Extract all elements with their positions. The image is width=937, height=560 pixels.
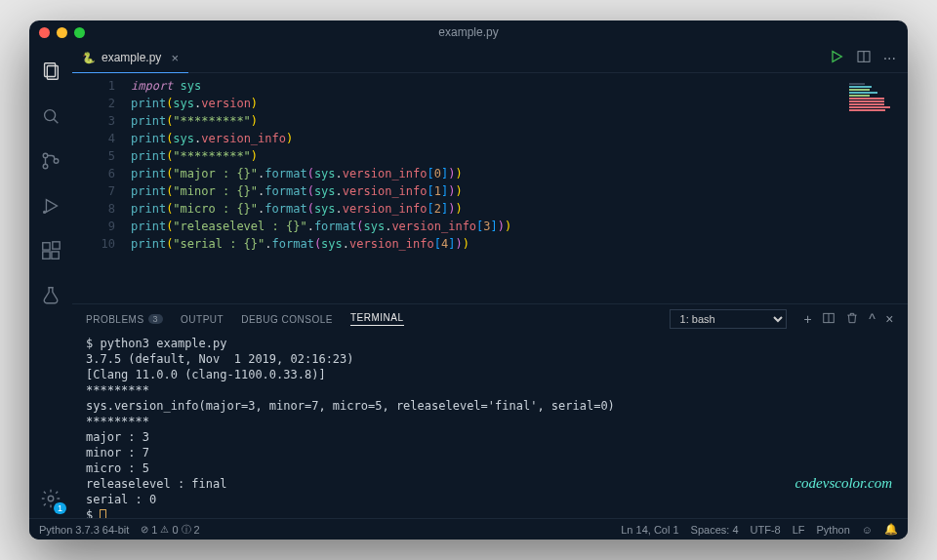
terminal-line: $ python3 example.py bbox=[86, 336, 894, 351]
more-actions-icon[interactable]: ··· bbox=[883, 50, 896, 67]
code-line: print(sys.version_info) bbox=[131, 130, 849, 147]
terminal-line: micro : 5 bbox=[86, 460, 894, 476]
status-notifications-icon[interactable]: 🔔 bbox=[884, 523, 898, 536]
settings-gear-icon[interactable]: 1 bbox=[29, 479, 72, 518]
split-editor-icon[interactable] bbox=[856, 49, 872, 68]
code-line: print("releaselevel : {}".format(sys.ver… bbox=[131, 218, 849, 235]
output-tab[interactable]: OUTPUT bbox=[181, 314, 224, 325]
terminal-selector[interactable]: 1: bash bbox=[670, 309, 787, 329]
minimap[interactable] bbox=[849, 77, 908, 303]
status-indentation[interactable]: Spaces: 4 bbox=[691, 524, 739, 536]
code-line: print("*********") bbox=[131, 147, 849, 165]
minimize-window-button[interactable] bbox=[57, 27, 67, 38]
svg-rect-9 bbox=[43, 243, 50, 250]
terminal-line: serial : 0 bbox=[86, 492, 894, 507]
python-file-icon: 🐍 bbox=[82, 52, 96, 64]
bottom-panel: PROBLEMS3 OUTPUT DEBUG CONSOLE TERMINAL … bbox=[72, 303, 908, 518]
svg-point-4 bbox=[43, 153, 48, 158]
run-file-icon[interactable] bbox=[829, 49, 844, 68]
vscode-window: example.py 1 🐍 example.py × bbox=[29, 20, 908, 540]
kill-terminal-icon[interactable] bbox=[845, 311, 859, 328]
status-feedback-icon[interactable]: ☺ bbox=[862, 524, 873, 536]
explorer-icon[interactable] bbox=[29, 52, 72, 91]
new-terminal-icon[interactable]: + bbox=[804, 311, 813, 327]
code-line: print("*********") bbox=[131, 112, 849, 130]
window-controls bbox=[39, 27, 85, 38]
file-tab[interactable]: 🐍 example.py × bbox=[72, 44, 188, 73]
svg-point-6 bbox=[54, 159, 59, 164]
maximize-window-button[interactable] bbox=[74, 27, 85, 38]
terminal-line: releaselevel : final bbox=[86, 476, 894, 492]
terminal-line: $ bbox=[86, 507, 894, 518]
extensions-icon[interactable] bbox=[29, 231, 72, 270]
maximize-panel-icon[interactable]: ^ bbox=[869, 311, 876, 327]
svg-point-13 bbox=[48, 496, 54, 501]
debug-console-tab[interactable]: DEBUG CONSOLE bbox=[241, 314, 333, 325]
status-bar: Python 3.7.3 64-bit 1 0 2 Ln 14, Col 1 S… bbox=[29, 518, 908, 540]
code-line: print("serial : {}".format(sys.version_i… bbox=[131, 235, 849, 253]
status-problems[interactable]: 1 0 2 bbox=[141, 523, 199, 537]
svg-point-8 bbox=[44, 212, 46, 214]
status-eol[interactable]: LF bbox=[793, 524, 805, 536]
svg-rect-11 bbox=[52, 252, 59, 259]
close-panel-icon[interactable]: × bbox=[885, 311, 894, 327]
titlebar: example.py bbox=[29, 20, 908, 44]
activity-bar: 1 bbox=[29, 44, 72, 518]
status-encoding[interactable]: UTF-8 bbox=[751, 524, 781, 536]
close-tab-icon[interactable]: × bbox=[171, 51, 179, 65]
split-terminal-icon[interactable] bbox=[822, 311, 835, 328]
svg-point-5 bbox=[43, 164, 48, 169]
terminal-line: minor : 7 bbox=[86, 445, 894, 460]
tab-filename: example.py bbox=[102, 51, 161, 64]
terminal-line: major : 3 bbox=[86, 429, 894, 445]
terminal-line: [Clang 11.0.0 (clang-1100.0.33.8)] bbox=[86, 367, 894, 382]
code-line: print("major : {}".format(sys.version_in… bbox=[131, 165, 849, 182]
search-icon[interactable] bbox=[29, 97, 72, 136]
terminal-line: ********* bbox=[86, 414, 894, 429]
terminal-line: 3.7.5 (default, Nov 1 2019, 02:16:23) bbox=[86, 351, 894, 367]
terminal-output[interactable]: $ python3 example.py3.7.5 (default, Nov … bbox=[72, 334, 908, 518]
status-python-interpreter[interactable]: Python 3.7.3 64-bit bbox=[39, 524, 129, 536]
code-line: import sys bbox=[131, 77, 849, 95]
editor-tabs: 🐍 example.py × ··· bbox=[72, 44, 908, 73]
terminal-line: sys.version_info(major=3, minor=7, micro… bbox=[86, 398, 894, 414]
testing-icon[interactable] bbox=[29, 276, 72, 315]
window-title: example.py bbox=[438, 25, 498, 39]
svg-line-3 bbox=[54, 119, 58, 123]
terminal-line: ********* bbox=[86, 382, 894, 398]
status-language[interactable]: Python bbox=[817, 524, 850, 536]
source-control-icon[interactable] bbox=[29, 141, 72, 180]
svg-rect-10 bbox=[43, 252, 50, 259]
code-line: print("minor : {}".format(sys.version_in… bbox=[131, 182, 849, 200]
svg-marker-14 bbox=[833, 51, 841, 61]
run-debug-icon[interactable] bbox=[29, 186, 72, 225]
terminal-tab[interactable]: TERMINAL bbox=[350, 312, 404, 326]
status-cursor-position[interactable]: Ln 14, Col 1 bbox=[621, 524, 678, 536]
problems-tab[interactable]: PROBLEMS3 bbox=[86, 314, 163, 325]
code-line: print(sys.version) bbox=[131, 95, 849, 112]
line-numbers: 12345678910 bbox=[72, 77, 131, 303]
svg-point-2 bbox=[45, 110, 56, 121]
svg-rect-12 bbox=[53, 242, 60, 249]
svg-marker-7 bbox=[46, 200, 57, 213]
code-editor[interactable]: 12345678910 import sysprint(sys.version)… bbox=[72, 73, 908, 303]
code-line: print("micro : {}".format(sys.version_in… bbox=[131, 200, 849, 218]
close-window-button[interactable] bbox=[39, 27, 50, 38]
